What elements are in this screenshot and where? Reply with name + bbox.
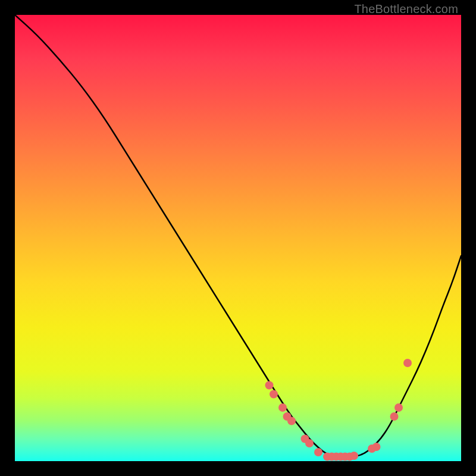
watermark-text: TheBottleneck.com bbox=[354, 2, 458, 16]
chart-area bbox=[15, 15, 461, 461]
svg-point-1 bbox=[270, 390, 278, 399]
svg-point-16 bbox=[372, 443, 381, 451]
svg-point-17 bbox=[390, 412, 399, 421]
svg-point-7 bbox=[314, 448, 322, 456]
bottleneck-curve bbox=[15, 15, 461, 457]
svg-point-18 bbox=[394, 403, 403, 412]
svg-point-0 bbox=[265, 381, 274, 390]
chart-svg bbox=[15, 15, 461, 461]
svg-point-4 bbox=[287, 417, 296, 425]
svg-point-14 bbox=[350, 452, 358, 460]
svg-point-2 bbox=[278, 403, 287, 412]
svg-point-6 bbox=[305, 439, 314, 447]
svg-point-19 bbox=[403, 359, 412, 367]
